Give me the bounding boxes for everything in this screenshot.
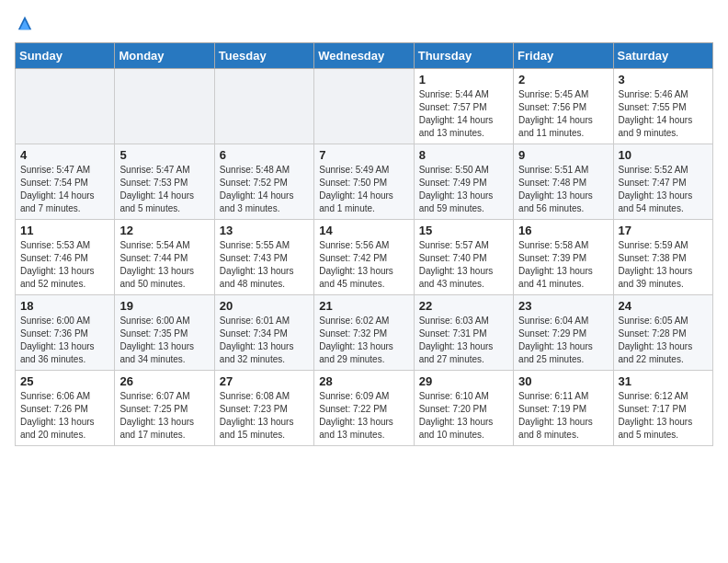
weekday-header: Wednesday (314, 43, 414, 69)
calendar-cell: 22Sunrise: 6:03 AM Sunset: 7:31 PM Dayli… (414, 295, 513, 371)
day-number: 23 (518, 299, 608, 313)
day-number: 31 (619, 374, 708, 388)
day-info: Sunrise: 5:44 AM Sunset: 7:57 PM Dayligh… (419, 88, 508, 140)
calendar-cell: 15Sunrise: 5:57 AM Sunset: 7:40 PM Dayli… (414, 220, 513, 295)
weekday-header: Thursday (414, 43, 513, 69)
day-info: Sunrise: 5:47 AM Sunset: 7:54 PM Dayligh… (20, 164, 109, 215)
day-number: 13 (220, 224, 309, 237)
day-number: 7 (319, 148, 408, 162)
weekday-header: Saturday (613, 43, 712, 69)
calendar-cell: 29Sunrise: 6:10 AM Sunset: 7:20 PM Dayli… (414, 371, 513, 446)
day-number: 8 (419, 148, 508, 162)
page-header (15, 15, 713, 31)
day-info: Sunrise: 5:50 AM Sunset: 7:49 PM Dayligh… (419, 164, 508, 215)
day-number: 27 (220, 374, 309, 388)
day-number: 6 (220, 148, 309, 162)
calendar-cell: 18Sunrise: 6:00 AM Sunset: 7:36 PM Dayli… (16, 295, 115, 371)
day-number: 29 (419, 374, 508, 388)
calendar-cell: 21Sunrise: 6:02 AM Sunset: 7:32 PM Dayli… (314, 295, 414, 371)
calendar-cell: 20Sunrise: 6:01 AM Sunset: 7:34 PM Dayli… (214, 295, 313, 371)
calendar-cell: 28Sunrise: 6:09 AM Sunset: 7:22 PM Dayli… (314, 371, 414, 446)
day-number: 17 (619, 224, 708, 237)
day-info: Sunrise: 5:46 AM Sunset: 7:55 PM Dayligh… (619, 88, 708, 140)
calendar-cell: 19Sunrise: 6:00 AM Sunset: 7:35 PM Dayli… (115, 295, 214, 371)
day-number: 21 (319, 299, 408, 313)
day-info: Sunrise: 6:01 AM Sunset: 7:34 PM Dayligh… (220, 315, 309, 366)
day-info: Sunrise: 6:11 AM Sunset: 7:19 PM Dayligh… (518, 390, 608, 442)
day-info: Sunrise: 5:52 AM Sunset: 7:47 PM Dayligh… (619, 164, 708, 215)
day-number: 12 (119, 224, 209, 237)
calendar-cell: 8Sunrise: 5:50 AM Sunset: 7:49 PM Daylig… (414, 144, 513, 220)
calendar-cell: 14Sunrise: 5:56 AM Sunset: 7:42 PM Dayli… (314, 220, 414, 295)
calendar-cell: 30Sunrise: 6:11 AM Sunset: 7:19 PM Dayli… (514, 371, 613, 446)
calendar-cell: 27Sunrise: 6:08 AM Sunset: 7:23 PM Dayli… (214, 371, 313, 446)
calendar-week-row: 1Sunrise: 5:44 AM Sunset: 7:57 PM Daylig… (16, 69, 713, 144)
weekday-header: Tuesday (214, 43, 313, 69)
day-number: 25 (20, 374, 109, 388)
logo-icon (17, 15, 33, 31)
day-number: 16 (518, 224, 608, 237)
weekday-header: Friday (514, 43, 613, 69)
day-number: 24 (619, 299, 708, 313)
day-info: Sunrise: 6:06 AM Sunset: 7:26 PM Dayligh… (20, 390, 109, 442)
calendar-cell: 26Sunrise: 6:07 AM Sunset: 7:25 PM Dayli… (115, 371, 214, 446)
day-number: 3 (619, 73, 708, 86)
day-number: 28 (319, 374, 408, 388)
day-number: 5 (119, 148, 209, 162)
day-number: 14 (319, 224, 408, 237)
day-info: Sunrise: 5:55 AM Sunset: 7:43 PM Dayligh… (220, 239, 309, 291)
day-info: Sunrise: 5:53 AM Sunset: 7:46 PM Dayligh… (20, 239, 109, 291)
day-info: Sunrise: 5:47 AM Sunset: 7:53 PM Dayligh… (119, 164, 209, 215)
day-number: 18 (20, 299, 109, 313)
weekday-header: Monday (115, 43, 214, 69)
calendar-cell (314, 69, 414, 144)
calendar-cell: 16Sunrise: 5:58 AM Sunset: 7:39 PM Dayli… (514, 220, 613, 295)
day-info: Sunrise: 5:58 AM Sunset: 7:39 PM Dayligh… (518, 239, 608, 291)
calendar-cell (16, 69, 115, 144)
calendar-cell: 12Sunrise: 5:54 AM Sunset: 7:44 PM Dayli… (115, 220, 214, 295)
calendar-cell: 23Sunrise: 6:04 AM Sunset: 7:29 PM Dayli… (514, 295, 613, 371)
day-info: Sunrise: 6:08 AM Sunset: 7:23 PM Dayligh… (220, 390, 309, 442)
day-info: Sunrise: 6:00 AM Sunset: 7:35 PM Dayligh… (119, 315, 209, 366)
day-number: 15 (419, 224, 508, 237)
day-number: 26 (119, 374, 209, 388)
logo (15, 15, 33, 31)
weekday-header: Sunday (16, 43, 115, 69)
day-info: Sunrise: 6:07 AM Sunset: 7:25 PM Dayligh… (119, 390, 209, 442)
day-number: 30 (518, 374, 608, 388)
calendar-header-row: SundayMondayTuesdayWednesdayThursdayFrid… (16, 43, 713, 69)
day-number: 11 (20, 224, 109, 237)
day-info: Sunrise: 6:02 AM Sunset: 7:32 PM Dayligh… (319, 315, 408, 366)
calendar-week-row: 11Sunrise: 5:53 AM Sunset: 7:46 PM Dayli… (16, 220, 713, 295)
day-info: Sunrise: 5:54 AM Sunset: 7:44 PM Dayligh… (119, 239, 209, 291)
day-info: Sunrise: 5:56 AM Sunset: 7:42 PM Dayligh… (319, 239, 408, 291)
calendar-cell: 2Sunrise: 5:45 AM Sunset: 7:56 PM Daylig… (514, 69, 613, 144)
day-info: Sunrise: 5:59 AM Sunset: 7:38 PM Dayligh… (619, 239, 708, 291)
day-number: 10 (619, 148, 708, 162)
calendar-cell: 17Sunrise: 5:59 AM Sunset: 7:38 PM Dayli… (613, 220, 712, 295)
day-number: 9 (518, 148, 608, 162)
day-info: Sunrise: 5:49 AM Sunset: 7:50 PM Dayligh… (319, 164, 408, 215)
calendar-cell (214, 69, 313, 144)
calendar-cell (115, 69, 214, 144)
calendar-cell: 24Sunrise: 6:05 AM Sunset: 7:28 PM Dayli… (613, 295, 712, 371)
day-number: 22 (419, 299, 508, 313)
day-info: Sunrise: 5:57 AM Sunset: 7:40 PM Dayligh… (419, 239, 508, 291)
calendar-cell: 9Sunrise: 5:51 AM Sunset: 7:48 PM Daylig… (514, 144, 613, 220)
day-info: Sunrise: 6:05 AM Sunset: 7:28 PM Dayligh… (619, 315, 708, 366)
calendar-cell: 10Sunrise: 5:52 AM Sunset: 7:47 PM Dayli… (613, 144, 712, 220)
day-info: Sunrise: 6:10 AM Sunset: 7:20 PM Dayligh… (419, 390, 508, 442)
calendar-cell: 13Sunrise: 5:55 AM Sunset: 7:43 PM Dayli… (214, 220, 313, 295)
calendar-cell: 7Sunrise: 5:49 AM Sunset: 7:50 PM Daylig… (314, 144, 414, 220)
day-info: Sunrise: 5:48 AM Sunset: 7:52 PM Dayligh… (220, 164, 309, 215)
day-info: Sunrise: 6:00 AM Sunset: 7:36 PM Dayligh… (20, 315, 109, 366)
calendar-cell: 4Sunrise: 5:47 AM Sunset: 7:54 PM Daylig… (16, 144, 115, 220)
calendar-week-row: 4Sunrise: 5:47 AM Sunset: 7:54 PM Daylig… (16, 144, 713, 220)
calendar-cell: 11Sunrise: 5:53 AM Sunset: 7:46 PM Dayli… (16, 220, 115, 295)
day-number: 4 (20, 148, 109, 162)
calendar-cell: 3Sunrise: 5:46 AM Sunset: 7:55 PM Daylig… (613, 69, 712, 144)
day-number: 2 (518, 73, 608, 86)
day-number: 20 (220, 299, 309, 313)
day-info: Sunrise: 6:09 AM Sunset: 7:22 PM Dayligh… (319, 390, 408, 442)
day-info: Sunrise: 5:45 AM Sunset: 7:56 PM Dayligh… (518, 88, 608, 140)
